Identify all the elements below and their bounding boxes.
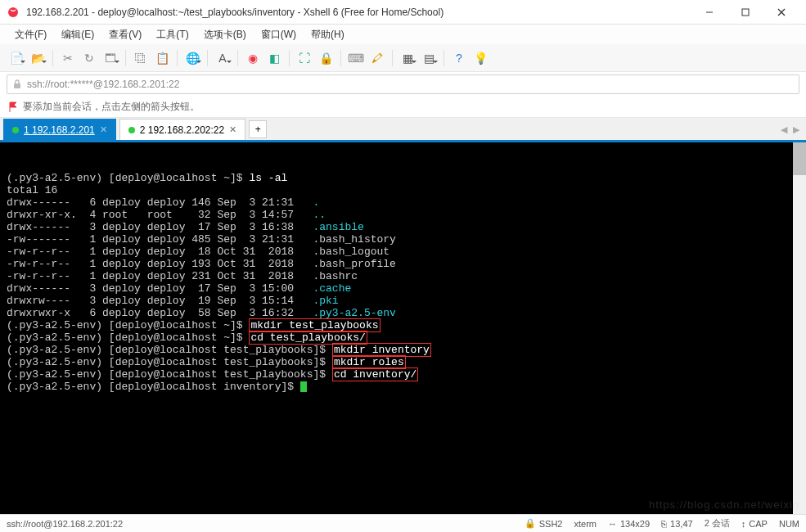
pos-icon: ⎘ [661,519,667,529]
session-tab[interactable]: 2 192.168.2.202:22✕ [119,119,245,140]
svg-rect-5 [14,83,20,88]
toolbar-separator [177,50,178,66]
terminal-line: -rw-r--r-- 1 deploy deploy 193 Oct 31 20… [7,258,799,270]
menu-item[interactable]: 选项卡(B) [197,25,253,44]
tab-close-icon[interactable]: ✕ [100,124,107,135]
xftp-icon[interactable]: ◧ [264,48,284,68]
minimize-button[interactable] [691,1,727,24]
keyboard-icon[interactable]: ⌨ [346,48,366,68]
paste-icon[interactable]: 📋 [152,48,172,68]
fullscreen-icon[interactable]: ⛶ [295,48,314,68]
tab-close-icon[interactable]: ✕ [229,124,236,135]
lightbulb-icon[interactable]: 💡 [471,48,490,68]
address-bar: ssh://root:******@192.168.2.201:22 [0,72,806,97]
terminal-scrollbar[interactable] [793,142,806,514]
close-button[interactable] [763,1,799,24]
status-cursor-pos: 13,47 [670,519,693,529]
app-icon[interactable]: ◉ [243,48,263,68]
terminal-line: (.py3-a2.5-env) [deploy@localhost test_p… [7,368,799,381]
hint-text: 要添加当前会话，点击左侧的箭头按钮。 [23,100,200,114]
svg-rect-2 [742,9,749,16]
globe-icon[interactable]: 🌐 [182,48,202,68]
menu-item[interactable]: 查看(V) [102,25,148,44]
terminal-cursor [300,381,307,392]
toolbar-separator [52,50,53,66]
terminal-line: (.py3-a2.5-env) [deploy@localhost invent… [7,381,799,393]
titlebar: 192.168.2.201 - deploy@localhost:~/test_… [0,0,806,25]
terminal-line: drwxrwxr-x 6 deploy deploy 58 Sep 3 16:3… [7,307,799,319]
status-sessions: 2 会话 [705,517,730,530]
help-icon[interactable]: ? [449,48,469,68]
terminal[interactable]: (.py3-a2.5-env) [deploy@localhost ~]$ ls… [0,142,806,514]
terminal-line: -rw-r--r-- 1 deploy deploy 231 Oct 31 20… [7,270,799,282]
terminal-line: drwx------ 6 deploy deploy 146 Sep 3 21:… [7,196,799,209]
terminal-line: (.py3-a2.5-env) [deploy@localhost ~]$ mk… [7,319,799,331]
toolbar-separator [340,50,341,66]
terminal-line: -rw-r--r-- 1 deploy deploy 18 Oct 31 201… [7,246,799,258]
status-connection: ssh://root@192.168.2.201:22 [7,519,513,529]
lock-icon[interactable]: 🔒 [316,48,335,68]
reconnect-icon[interactable]: ↻ [79,48,99,68]
address-input[interactable]: ssh://root:******@192.168.2.201:22 [7,74,799,94]
window-title: 192.168.2.201 - deploy@localhost:~/test_… [26,7,691,18]
tab-label: 2 192.168.2.202:22 [140,124,224,136]
hint-bar: 要添加当前会话，点击左侧的箭头按钮。 [0,97,806,118]
status-protocol: SSH2 [539,519,563,529]
menubar: 文件(F)编辑(E)查看(V)工具(T)选项卡(B)窗口(W)帮助(H) [0,25,806,44]
flag-icon [8,101,18,113]
caps-icon: ↕ [741,519,746,529]
session-tab[interactable]: 1 192.168.2.201✕ [3,119,116,140]
maximize-button[interactable] [727,1,763,24]
toolbar-separator [289,50,290,66]
toolbar-separator [392,50,393,66]
tab-bar: 1 192.168.2.201✕2 192.168.2.202:22✕+◀ ▶ [0,118,806,142]
status-dot-icon [128,127,135,133]
font-icon[interactable]: A [213,48,232,68]
terminal-line: (.py3-a2.5-env) [deploy@localhost test_p… [7,356,799,368]
menu-item[interactable]: 编辑(E) [55,25,101,44]
cut-icon[interactable]: ✂ [58,48,78,68]
lock-icon [12,79,22,90]
terminal-line: (.py3-a2.5-env) [deploy@localhost test_p… [7,344,799,356]
watermark: https://blog.csdn.net/weixin [649,498,799,511]
scroll-thumb[interactable] [793,142,806,175]
status-dot-icon [12,127,19,133]
terminal-line: drwx------ 3 deploy deploy 17 Sep 3 16:3… [7,221,799,233]
toolbar-separator [237,50,238,66]
status-bar: ssh://root@192.168.2.201:22 🔒SSH2 xterm … [0,514,806,532]
terminal-line: drwxrw---- 3 deploy deploy 19 Sep 3 15:1… [7,295,799,307]
toolbar: 📄📂✂↻🗔⿻📋🌐A◉◧⛶🔒⌨🖍▦▤?💡 [0,44,806,72]
tab-label: 1 192.168.2.201 [24,124,95,136]
terminal-line: (.py3-a2.5-env) [deploy@localhost ~]$ ls… [7,172,799,184]
toolbar-separator [444,50,444,66]
svg-point-0 [8,7,18,17]
status-num: NUM [779,519,799,529]
size-icon: ↔ [608,519,617,529]
status-size: 134x29 [620,519,650,529]
terminal-line: -rw------- 1 deploy deploy 485 Sep 3 21:… [7,233,799,246]
tab-nav-arrows[interactable]: ◀ ▶ [781,124,801,135]
layout-icon[interactable]: ▦ [398,48,417,68]
properties-icon[interactable]: 🗔 [101,48,120,68]
menu-item[interactable]: 文件(F) [8,25,53,44]
menu-item[interactable]: 帮助(H) [304,25,351,44]
terminal-line: drwx------ 3 deploy deploy 17 Sep 3 15:0… [7,282,799,295]
app-logo-icon [7,6,20,19]
terminal-line: (.py3-a2.5-env) [deploy@localhost ~]$ cd… [7,331,799,344]
status-cap: CAP [749,519,768,529]
toolbar-separator [207,50,208,66]
menu-item[interactable]: 工具(T) [150,25,195,44]
terminal-line: drwxr-xr-x. 4 root root 32 Sep 3 14:57 .… [7,209,799,221]
ssh-lock-icon: 🔒 [525,518,536,529]
open-folder-icon[interactable]: 📂 [28,48,47,68]
new-tab-button[interactable]: + [249,120,267,138]
copy-icon[interactable]: ⿻ [131,48,151,68]
menu-item[interactable]: 窗口(W) [254,25,303,44]
address-text: ssh://root:******@192.168.2.201:22 [27,79,179,90]
terminal-line: total 16 [7,184,799,196]
new-session-icon[interactable]: 📄 [7,48,26,68]
tile-icon[interactable]: ▤ [419,48,439,68]
highlight-icon[interactable]: 🖍 [367,48,387,68]
toolbar-separator [125,50,126,66]
status-termtype: xterm [574,519,597,529]
